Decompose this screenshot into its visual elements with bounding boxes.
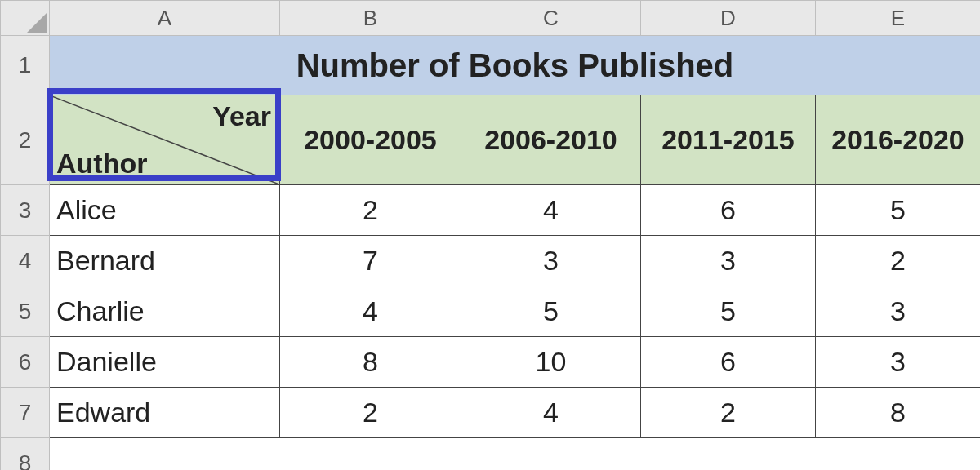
author-name[interactable]: Danielle xyxy=(50,337,280,388)
data-cell[interactable]: 7 xyxy=(280,236,461,286)
row-header-8[interactable]: 8 xyxy=(1,438,50,471)
data-cell[interactable]: 2 xyxy=(816,236,981,286)
data-cell[interactable]: 5 xyxy=(461,286,641,337)
column-header-row: A B C D E xyxy=(1,1,981,36)
col-period-4[interactable]: 2016-2020 xyxy=(816,95,981,185)
row-header-4[interactable]: 4 xyxy=(1,236,50,286)
row-header-7[interactable]: 7 xyxy=(1,388,50,438)
col-header-C[interactable]: C xyxy=(461,1,641,36)
data-cell[interactable]: 2 xyxy=(280,185,461,236)
row-header-1[interactable]: 1 xyxy=(1,36,50,95)
row-3: 3 Alice 2 4 6 5 xyxy=(1,185,981,236)
data-cell[interactable]: 2 xyxy=(280,388,461,438)
diag-label-author: Author xyxy=(56,148,147,180)
data-cell[interactable]: 3 xyxy=(641,236,816,286)
data-cell[interactable]: 3 xyxy=(816,286,981,337)
select-all-corner[interactable] xyxy=(1,1,50,36)
grid: A B C D E 1 Number of Books Published 2 … xyxy=(0,0,980,470)
row-header-3[interactable]: 3 xyxy=(1,185,50,236)
row-8: 8 xyxy=(1,438,981,471)
row-5: 5 Charlie 4 5 5 3 xyxy=(1,286,981,337)
row-7: 7 Edward 2 4 2 8 xyxy=(1,388,981,438)
author-name[interactable]: Bernard xyxy=(50,236,280,286)
author-name[interactable]: Alice xyxy=(50,185,280,236)
data-cell[interactable]: 10 xyxy=(461,337,641,388)
data-cell[interactable]: 3 xyxy=(461,236,641,286)
col-header-B[interactable]: B xyxy=(280,1,461,36)
data-cell[interactable]: 6 xyxy=(641,337,816,388)
spreadsheet: A B C D E 1 Number of Books Published 2 … xyxy=(0,0,980,470)
row-header-5[interactable]: 5 xyxy=(1,286,50,337)
title-cell[interactable]: Number of Books Published xyxy=(50,36,981,95)
col-header-E[interactable]: E xyxy=(816,1,981,36)
data-cell[interactable]: 6 xyxy=(641,185,816,236)
data-cell[interactable]: 5 xyxy=(816,185,981,236)
diag-label-year: Year xyxy=(212,100,271,132)
row-4: 4 Bernard 7 3 3 2 xyxy=(1,236,981,286)
col-header-A[interactable]: A xyxy=(50,1,280,36)
diagonal-header-cell[interactable]: Year Author xyxy=(50,95,280,185)
data-cell[interactable]: 3 xyxy=(816,337,981,388)
row-1: 1 Number of Books Published xyxy=(1,36,981,95)
diagonal-content: Year Author xyxy=(50,95,279,184)
col-period-3[interactable]: 2011-2015 xyxy=(641,95,816,185)
data-cell[interactable]: 4 xyxy=(461,185,641,236)
data-cell[interactable]: 8 xyxy=(280,337,461,388)
data-cell[interactable]: 8 xyxy=(816,388,981,438)
data-cell[interactable]: 2 xyxy=(641,388,816,438)
row-header-2[interactable]: 2 xyxy=(1,95,50,185)
data-cell[interactable]: 4 xyxy=(280,286,461,337)
row-header-6[interactable]: 6 xyxy=(1,337,50,388)
row-2: 2 Year Author 2000-2005 2006-2010 2011-2… xyxy=(1,95,981,185)
col-header-D[interactable]: D xyxy=(641,1,816,36)
col-period-2[interactable]: 2006-2010 xyxy=(461,95,641,185)
author-name[interactable]: Edward xyxy=(50,388,280,438)
row-6: 6 Danielle 8 10 6 3 xyxy=(1,337,981,388)
empty-row[interactable] xyxy=(50,438,981,471)
author-name[interactable]: Charlie xyxy=(50,286,280,337)
data-cell[interactable]: 4 xyxy=(461,388,641,438)
data-cell[interactable]: 5 xyxy=(641,286,816,337)
col-period-1[interactable]: 2000-2005 xyxy=(280,95,461,185)
